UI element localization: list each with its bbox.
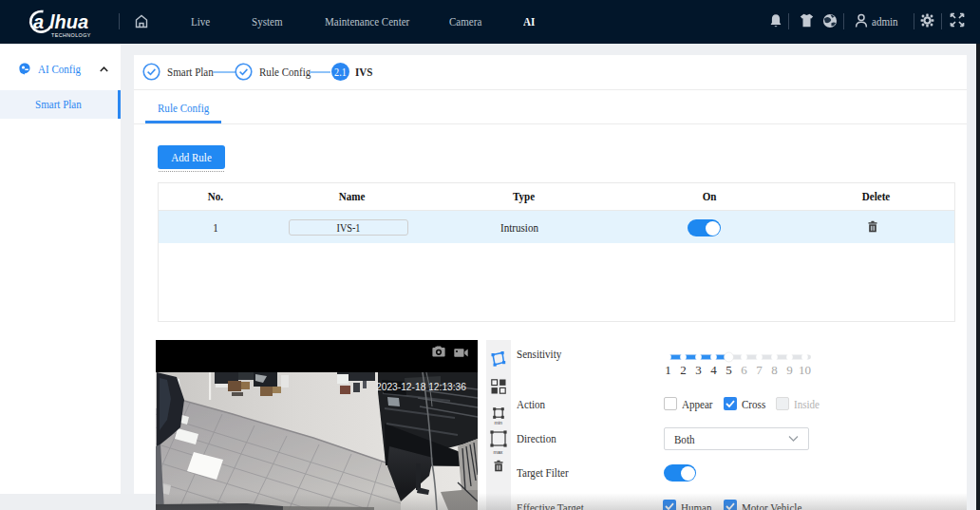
svg-text:a: a [33, 11, 44, 32]
svg-text:min: min [495, 420, 502, 425]
svg-text:lhua: lhua [49, 11, 88, 32]
svg-text:max: max [494, 449, 503, 455]
svg-text:TECHNOLOGY: TECHNOLOGY [51, 32, 91, 38]
